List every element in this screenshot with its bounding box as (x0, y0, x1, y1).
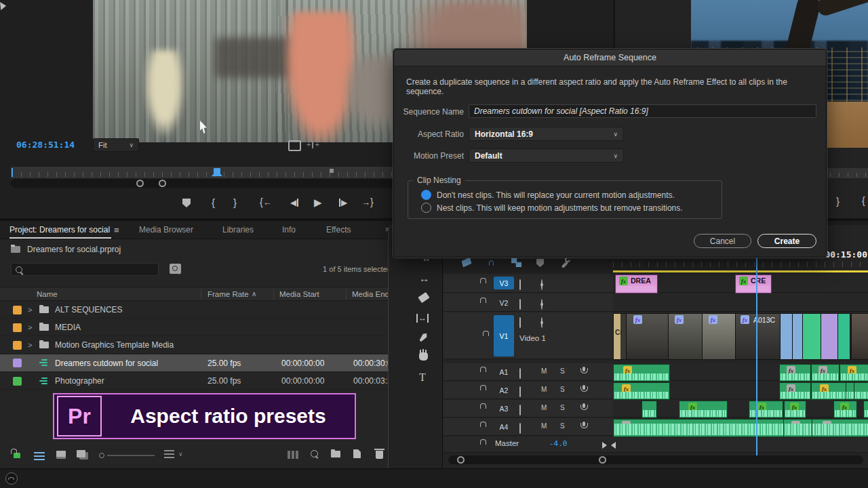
clip-a3-5[interactable]: fx (833, 401, 857, 418)
column-frame-rate[interactable]: Frame Rate (208, 290, 249, 298)
clip-v1-cr[interactable]: Cr (613, 313, 627, 360)
source-mark-out-icon[interactable]: } (836, 195, 840, 207)
toggle-track-output-icon[interactable] (541, 299, 542, 310)
label-color-chip[interactable] (13, 341, 22, 350)
program-timecode[interactable]: 06:28:51:14 (16, 140, 75, 150)
new-bin-icon[interactable] (331, 451, 340, 458)
razor-tool-icon[interactable] (418, 292, 429, 303)
clip-v1-blue1[interactable] (780, 313, 793, 360)
sync-lock-icon[interactable] (519, 368, 521, 379)
writable-lock-icon[interactable] (14, 453, 20, 458)
tab-project[interactable]: Project: Dreamers for social ≡ (9, 221, 119, 239)
zoom-slider[interactable] (99, 453, 156, 458)
solo-button[interactable]: S (560, 404, 565, 411)
label-color-chip[interactable] (13, 306, 22, 314)
timeline-settings-wrench-icon[interactable] (559, 258, 570, 268)
clip-a3-2[interactable]: fx (679, 401, 728, 418)
search-bin-icon[interactable] (170, 264, 181, 274)
clip-a1-3[interactable]: fx (811, 364, 840, 382)
goto-in-icon[interactable]: {← (260, 197, 272, 207)
tab-media-browser[interactable]: Media Browser (139, 221, 193, 239)
freeform-view-icon[interactable] (77, 450, 85, 458)
label-color-chip[interactable] (13, 377, 22, 386)
creative-cloud-icon[interactable] (5, 472, 18, 485)
clip-v1-teal[interactable] (837, 313, 850, 360)
track-target-a3[interactable]: A3 (494, 402, 514, 415)
track-target-a4[interactable]: A4 (494, 420, 514, 433)
mark-out-icon[interactable]: } (233, 197, 237, 208)
new-item-icon[interactable] (353, 449, 361, 458)
project-breadcrumb[interactable]: Dreamers for social.prproj (11, 245, 121, 254)
fx-badge[interactable]: fx (633, 315, 642, 324)
solo-button[interactable]: S (560, 367, 565, 375)
master-track-label[interactable]: Master (495, 439, 519, 447)
source-goto-in-icon[interactable]: { (862, 195, 865, 206)
hand-tool-icon[interactable] (419, 352, 428, 361)
motion-preset-select[interactable]: Default ∨ (469, 148, 624, 163)
tab-effects[interactable]: Effects (326, 221, 351, 239)
solo-button[interactable]: S (560, 386, 565, 393)
clip-a3-4[interactable]: fx (784, 401, 806, 418)
sync-lock-icon[interactable] (519, 405, 521, 415)
step-back-icon[interactable]: ◀ (290, 198, 298, 207)
aspect-ratio-select[interactable]: Horizontal 16:9 ∨ (469, 127, 624, 141)
goto-out-icon[interactable]: →} (361, 197, 374, 207)
clip-v1-blue2[interactable] (792, 313, 803, 360)
export-frame-icon[interactable] (288, 140, 301, 151)
table-row-mogrt-media[interactable]: > Motion Graphics Template Media (0, 337, 395, 354)
fx-badge[interactable]: fx (619, 277, 628, 285)
work-area-bar[interactable] (613, 270, 868, 272)
master-level-value[interactable]: -4.0 (549, 439, 568, 448)
fx-badge[interactable]: fx (709, 315, 717, 324)
sort-ascending-icon[interactable]: ∧ (252, 290, 256, 298)
expand-icon[interactable]: > (28, 306, 32, 314)
clip-a2-1[interactable]: fx (613, 382, 670, 400)
scroll-handle-left[interactable] (457, 456, 465, 464)
column-divider[interactable] (273, 289, 274, 300)
fx-badge[interactable]: fx (739, 277, 748, 285)
bin-up-icon[interactable] (11, 246, 20, 253)
ripple-edit-tool-icon[interactable]: ↔ (419, 272, 429, 284)
linked-selection-icon[interactable] (511, 258, 521, 267)
clip-v1-thumb2[interactable]: fx (626, 313, 669, 360)
sync-lock-icon[interactable] (519, 423, 521, 434)
search-input[interactable] (11, 263, 159, 276)
table-row-dreamers-cutdown[interactable]: Dreamers cutdown for social 25.00 fps 00… (0, 354, 395, 372)
clip-a4-long[interactable]: fx fx fx (613, 419, 868, 437)
label-color-chip[interactable] (13, 359, 22, 367)
sequence-name-field[interactable]: Dreamers cutdown for social [Aspect Rati… (469, 104, 816, 118)
zoom-level-select[interactable]: Fit ∨ (93, 138, 139, 152)
toggle-track-output-icon[interactable] (541, 279, 542, 290)
solo-button[interactable]: S (560, 422, 565, 430)
column-divider[interactable] (346, 289, 347, 300)
tab-libraries[interactable]: Libraries (222, 221, 254, 239)
step-forward-icon[interactable]: ▶ (339, 198, 347, 207)
scroll-handle-left[interactable] (136, 180, 144, 187)
clip-a2-2[interactable]: fx (779, 382, 811, 400)
sync-lock-icon[interactable] (519, 279, 521, 290)
fx-badge[interactable]: fx (675, 315, 684, 324)
find-icon[interactable] (311, 450, 318, 458)
sync-lock-icon[interactable] (519, 317, 521, 328)
clear-trash-icon[interactable] (376, 449, 383, 459)
type-tool-icon[interactable]: T (419, 371, 426, 384)
expand-icon[interactable]: > (28, 323, 32, 331)
table-row-media[interactable]: > MEDIA (0, 319, 395, 336)
icon-view-icon[interactable] (56, 451, 66, 459)
mute-button[interactable]: M (541, 404, 547, 411)
project-readout-icon[interactable] (288, 451, 299, 459)
clip-v1-thumb3[interactable]: fx (668, 313, 703, 360)
clip-a1-4[interactable]: fx (840, 364, 868, 382)
track-target-a1[interactable]: A1 (494, 365, 514, 378)
clip-v1-purple[interactable] (821, 313, 838, 360)
clip-v1-thumb4[interactable]: fx (702, 313, 736, 360)
radio-nest[interactable]: Nest clips. This will keep motion adjust… (421, 203, 683, 213)
column-media-end[interactable]: Media End (352, 290, 389, 298)
label-color-chip[interactable] (13, 323, 22, 332)
track-target-v1[interactable]: V1 (494, 315, 514, 357)
mute-button[interactable]: M (541, 422, 547, 430)
create-button[interactable]: Create (757, 234, 816, 248)
clip-a1-1[interactable]: fx (613, 364, 670, 382)
add-marker-icon[interactable] (536, 259, 544, 267)
clip-a3-1[interactable] (642, 401, 657, 418)
